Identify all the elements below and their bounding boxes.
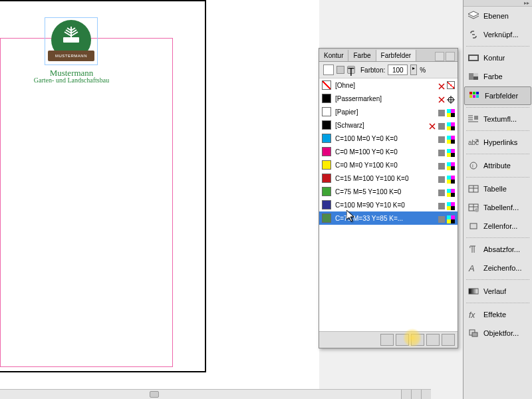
- dock-item-objstyles[interactable]: Objektfor...: [464, 324, 532, 342]
- dock-item-table[interactable]: Tabelle: [464, 180, 532, 198]
- layers-icon: [467, 11, 479, 21]
- swatches-panel: Kontur Farbe Farbfelder T Farbton: ▸ % […: [319, 48, 458, 348]
- swatch-row[interactable]: C=75 M=5 Y=100 K=0: [319, 185, 458, 198]
- text-icon[interactable]: T: [347, 66, 355, 74]
- right-dock: ▸▸ EbenenVerknüpf...KonturFarbeFarbfelde…: [463, 0, 532, 399]
- swatch-row[interactable]: C=75 M=33 Y=85 K=...: [319, 211, 458, 225]
- svg-rect-13: [447, 136, 451, 140]
- color-mode-icon: [438, 188, 446, 196]
- swatch-name: C=75 M=33 Y=85 K=...: [335, 215, 438, 222]
- swatch-row[interactable]: [Papier]: [319, 105, 458, 118]
- svg-rect-38: [447, 202, 451, 206]
- svg-rect-40: [447, 206, 451, 210]
- dock-collapse-icon[interactable]: ▸▸: [464, 0, 532, 7]
- swatch-chip: [322, 120, 331, 130]
- dock-item-stroke[interactable]: Kontur: [464, 49, 532, 67]
- tint-stepper-icon[interactable]: ▸: [410, 65, 417, 75]
- scroll-btn[interactable]: [421, 390, 431, 399]
- dock-separator: [466, 107, 529, 108]
- svg-rect-39: [451, 202, 455, 206]
- color-mode-icon: [438, 201, 446, 209]
- tab-kontur[interactable]: Kontur: [319, 50, 348, 61]
- swatch-row[interactable]: C=15 M=100 Y=100 K=0: [319, 172, 458, 185]
- logo-frame[interactable]: MUSTERMANN: [45, 17, 98, 65]
- swatch-row[interactable]: [Passermarken]: [319, 92, 458, 105]
- dock-item-swatches[interactable]: Farbfelder: [464, 86, 531, 105]
- dock-item-textwrap[interactable]: Textumfl...: [464, 110, 532, 128]
- tab-farbe[interactable]: Farbe: [348, 50, 376, 61]
- gradient-icon: [467, 286, 479, 297]
- panel-collapse-icon[interactable]: [435, 52, 444, 61]
- tint-row: T Farbton: ▸ %: [319, 62, 458, 78]
- swatch-name: [Passermarken]: [335, 95, 438, 102]
- dock-label: Absatzfor...: [483, 245, 520, 253]
- dock-item-charstyles[interactable]: AZeichenfo...: [464, 259, 532, 277]
- dock-separator: [466, 237, 529, 238]
- dock-item-gradient[interactable]: Verlauf: [464, 282, 532, 301]
- dock-item-color[interactable]: Farbe: [464, 67, 532, 86]
- swatch-row[interactable]: C=0 M=0 Y=100 K=0: [319, 158, 458, 172]
- tab-farbfelder[interactable]: Farbfelder: [376, 50, 417, 61]
- svg-rect-33: [447, 189, 451, 193]
- dock-item-links[interactable]: Verknüpf...: [464, 25, 532, 44]
- svg-rect-45: [447, 219, 451, 223]
- scroll-thumb[interactable]: [150, 391, 159, 398]
- swatch-row[interactable]: C=100 M=0 Y=0 K=0: [319, 132, 458, 145]
- swatch-chip: [322, 174, 331, 183]
- new-swatch-button[interactable]: [426, 334, 440, 346]
- scroll-btn[interactable]: [411, 390, 421, 399]
- swatch-row[interactable]: [Ohne]: [319, 78, 458, 92]
- dock-item-effects[interactable]: fxEffekte: [464, 305, 532, 324]
- svg-rect-66: [469, 289, 478, 294]
- swatch-row[interactable]: C=100 M=90 Y=10 K=0: [319, 198, 458, 211]
- dock-item-layers[interactable]: Ebenen: [464, 7, 532, 25]
- page[interactable]: MUSTERMANN Mustermann Garten- und Landsc…: [0, 0, 206, 372]
- company-logo: MUSTERMANN: [48, 20, 94, 63]
- delete-swatch-button[interactable]: [442, 334, 455, 346]
- svg-rect-51: [469, 92, 472, 94]
- swatch-view2-button[interactable]: [411, 334, 424, 346]
- svg-rect-53: [476, 92, 479, 94]
- color-mode-icon: [438, 161, 446, 169]
- dock-item-parastyles[interactable]: Absatzfor...: [464, 240, 532, 259]
- tint-input[interactable]: [388, 65, 408, 75]
- svg-rect-48: [469, 73, 473, 80]
- swatch-row[interactable]: [Schwarz]: [319, 118, 458, 132]
- dock-label: Verknüpf...: [483, 31, 519, 39]
- svg-rect-37: [438, 203, 445, 209]
- dock-item-tablestyles[interactable]: Tabellenf...: [464, 198, 532, 217]
- panel-tabs: Kontur Farbe Farbfelder: [319, 49, 458, 62]
- swatch-chip: [322, 80, 331, 90]
- show-options-button[interactable]: [380, 334, 394, 346]
- svg-rect-50: [473, 76, 478, 80]
- logo-text: MUSTERMANN: [55, 54, 87, 58]
- dock-item-cellstyles[interactable]: Zellenfor...: [464, 217, 532, 235]
- svg-text:A: A: [468, 263, 475, 273]
- dock-label: Zellenfor...: [483, 222, 517, 230]
- svg-rect-0: [63, 37, 79, 43]
- effects-icon: fx: [467, 309, 479, 320]
- horizontal-scrollbar[interactable]: [0, 389, 431, 399]
- dock-label: Farbfelder: [485, 92, 518, 100]
- swatch-row[interactable]: C=0 M=100 Y=0 K=0: [319, 145, 458, 158]
- dock-label: Tabellenf...: [483, 203, 519, 211]
- svg-rect-22: [438, 163, 445, 170]
- color-mode-icon: [438, 148, 446, 156]
- cmyk-icon: [447, 161, 455, 169]
- cmyk-icon: [447, 174, 455, 182]
- swatches-icon: [469, 90, 481, 101]
- dock-label: Kontur: [483, 54, 505, 62]
- company-tagline[interactable]: Garten- und Landschaftsbau: [0, 76, 143, 84]
- document-canvas[interactable]: MUSTERMANN Mustermann Garten- und Landsc…: [0, 0, 319, 389]
- dock-item-hyperlinks[interactable]: abcHyperlinks: [464, 133, 532, 152]
- svg-rect-11: [451, 126, 455, 130]
- svg-rect-19: [451, 149, 455, 153]
- dock-item-attributes[interactable]: iAttribute: [464, 156, 532, 175]
- svg-rect-17: [438, 150, 445, 156]
- container-icon[interactable]: [336, 66, 344, 74]
- panel-menu-icon[interactable]: [446, 52, 455, 61]
- fill-stroke-proxy-icon[interactable]: [323, 65, 334, 75]
- scroll-btn[interactable]: [401, 390, 411, 399]
- swatch-view-button[interactable]: [396, 334, 409, 346]
- dock-separator: [466, 46, 529, 47]
